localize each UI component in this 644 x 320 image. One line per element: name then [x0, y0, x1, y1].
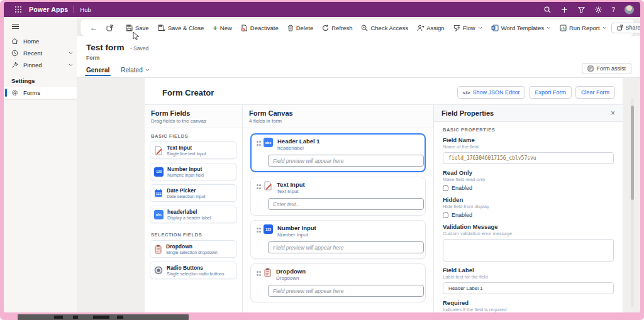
delete-button[interactable]: Delete	[283, 19, 318, 36]
sidebar-item-recent[interactable]: Recent	[4, 47, 77, 59]
gear-icon[interactable]	[594, 6, 602, 13]
code-icon: </>	[463, 90, 470, 96]
word-templates-button[interactable]: Word Templates	[487, 19, 555, 36]
validation-message-textarea[interactable]	[443, 239, 614, 262]
date-picker-icon	[154, 189, 163, 197]
canvas-item-title: Dropdown	[276, 268, 306, 275]
header-divider	[74, 6, 74, 13]
avatar[interactable]	[625, 5, 634, 14]
canvas-item-type: Text Input	[277, 189, 305, 194]
deactivate-button[interactable]: Deactivate	[236, 19, 283, 36]
popout-button[interactable]	[102, 19, 118, 36]
property-label: Field Label	[443, 267, 614, 273]
filter-icon[interactable]	[577, 6, 585, 13]
chevron-down-icon	[145, 69, 150, 72]
palette-item-name: Dropdown	[166, 243, 218, 250]
radio-buttons-icon	[154, 266, 163, 275]
form-assist-label: Form assist	[596, 65, 626, 72]
search-icon[interactable]	[543, 6, 551, 13]
form-canvas-header: Form Canvas 4 fields in form	[243, 105, 433, 128]
back-button[interactable]: ←	[86, 19, 102, 36]
action-label: Show JSON Editor	[472, 89, 519, 96]
read-only-checkbox[interactable]	[443, 185, 448, 191]
form-creator-header: Form Creator </> Show JSON Editor Export…	[145, 78, 623, 104]
field-name-input[interactable]	[443, 152, 614, 164]
palette-item-text-input[interactable]: Text Input Single line text input	[150, 141, 237, 159]
palette-item-desc: Date selection input	[167, 194, 205, 199]
share-icon	[617, 25, 623, 31]
field-preview-input[interactable]	[268, 198, 424, 210]
palette-item-name: Text Input	[167, 145, 206, 151]
clear-form-button[interactable]: Clear Form	[575, 86, 615, 99]
flow-button[interactable]: Flow	[449, 19, 487, 36]
save-and-close-button[interactable]: Save & Close	[153, 19, 209, 36]
run-report-button[interactable]: Run Report	[555, 19, 611, 36]
record-entity-type: Form	[86, 55, 640, 61]
selection-fields-section-label: SELECTION FIELDS	[145, 227, 242, 240]
property-hidden: Hidden Hide field from display Enabled	[443, 196, 614, 218]
pinned-pin-icon	[11, 62, 18, 69]
cmd-label: Refresh	[331, 25, 352, 31]
environment-label[interactable]: Hub	[80, 6, 91, 13]
palette-item-date-picker[interactable]: Date Picker Date selection input	[150, 184, 237, 202]
sidebar-item-pinned[interactable]: Pinned	[4, 59, 77, 71]
palette-item-radio-buttons[interactable]: Radio Buttons Single selection radio but…	[150, 262, 237, 279]
field-properties-panel: Field Properties × BASIC PROPERTIES Fiel…	[434, 105, 623, 312]
app-title[interactable]: Power Apps	[29, 6, 68, 13]
tab-related[interactable]: Related	[121, 67, 149, 77]
drag-handle-icon[interactable]	[257, 141, 258, 143]
drag-handle-icon[interactable]	[257, 228, 258, 229]
chevron-down-icon	[478, 26, 482, 30]
sidebar-item-forms[interactable]: Forms	[4, 87, 77, 99]
export-form-button[interactable]: Export Form	[529, 86, 572, 99]
property-label: Hidden	[443, 196, 614, 203]
hidden-checkbox[interactable]	[443, 212, 448, 218]
canvas-item-text-input[interactable]: Text Input Text Input	[250, 177, 426, 216]
hamburger-menu-icon[interactable]	[4, 17, 77, 35]
canvas-item-dropdown[interactable]: Dropdown Dropdown	[250, 263, 426, 302]
property-label: Required	[443, 299, 614, 306]
app-window: Power Apps Hub ?	[4, 2, 640, 312]
scrollbar-thumb[interactable]	[631, 106, 634, 200]
assign-person-icon	[417, 25, 424, 31]
plus-icon: +	[213, 24, 218, 32]
palette-item-headerlabel[interactable]: abc headerlabel Display a header label	[150, 206, 237, 223]
property-label: Validation Message	[443, 223, 614, 230]
canvas-item-type: Dropdown	[276, 275, 306, 281]
sidebar-item-home[interactable]: Home	[4, 35, 77, 47]
show-json-editor-button[interactable]: </> Show JSON Editor	[457, 86, 526, 99]
assign-button[interactable]: Assign	[413, 19, 449, 36]
drag-handle-icon[interactable]	[257, 184, 258, 186]
save-button[interactable]: Save	[121, 19, 153, 36]
refresh-button[interactable]: Refresh	[318, 19, 357, 36]
help-icon[interactable]: ?	[611, 6, 615, 13]
waffle-icon[interactable]	[15, 6, 21, 13]
property-label: Field Name	[443, 136, 614, 143]
save-icon	[126, 25, 133, 31]
palette-item-number-input[interactable]: 123 Number Input Numeric input field	[150, 163, 237, 180]
property-read-only: Read Only Make field read-only Enabled	[443, 169, 614, 191]
close-icon[interactable]: ×	[611, 109, 615, 117]
new-button[interactable]: + New	[208, 19, 236, 36]
drag-handle-icon[interactable]	[257, 271, 258, 273]
dropdown-icon	[154, 245, 162, 254]
property-desc: Label text for the field	[443, 274, 614, 280]
form-assist-button[interactable]: Form assist	[582, 63, 631, 74]
tab-general[interactable]: General	[86, 67, 109, 77]
field-preview-input[interactable]	[268, 285, 424, 297]
cmd-label: Word Templates	[501, 25, 544, 31]
share-button[interactable]: Share	[611, 23, 640, 33]
field-preview-input[interactable]	[268, 155, 424, 167]
field-label-input[interactable]	[443, 282, 614, 294]
word-icon	[491, 25, 499, 31]
vertical-scrollbar[interactable]	[631, 98, 634, 307]
canvas-item-number-input[interactable]: 123 Number Input Number Input	[250, 220, 426, 259]
cmd-label: Assign	[426, 25, 445, 31]
canvas-item-header-label[interactable]: abc Header Label 1 headerlabel	[250, 133, 426, 172]
add-icon[interactable]	[560, 6, 568, 13]
field-preview-input[interactable]	[268, 241, 424, 253]
canvas-item-type: Number Input	[277, 232, 316, 238]
action-label: Clear Form	[581, 89, 609, 96]
palette-item-dropdown[interactable]: Dropdown Single selection dropdown	[150, 240, 237, 258]
check-access-button[interactable]: Check Access	[357, 19, 413, 36]
